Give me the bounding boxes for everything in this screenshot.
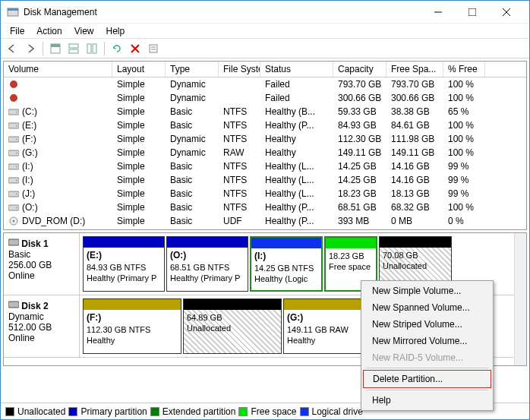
menubar: File Action View Help — [1, 24, 529, 39]
menu-file[interactable]: File — [4, 24, 30, 38]
legend-primary-swatch — [68, 407, 77, 416]
svg-point-24 — [16, 153, 17, 154]
svg-rect-39 — [8, 239, 19, 245]
delete-button[interactable] — [127, 40, 144, 57]
volume-row[interactable]: SimpleDynamicFailed300.66 GB300.66 GB100… — [4, 91, 526, 105]
window-title: Disk Management — [24, 7, 421, 17]
legend-extended-swatch — [150, 407, 159, 416]
forward-button[interactable] — [22, 40, 39, 57]
col-capacity[interactable]: Capacity — [333, 62, 386, 77]
col-free[interactable]: Free Spa... — [386, 62, 443, 77]
svg-rect-3 — [468, 8, 476, 16]
ctx-new-mirrored[interactable]: New Mirrored Volume... — [363, 333, 491, 349]
partition[interactable]: (I:)14.25 GB NTFSHealthy (Logic — [250, 236, 323, 292]
svg-rect-40 — [8, 302, 19, 308]
minimize-button[interactable] — [421, 2, 455, 23]
maximize-button[interactable] — [455, 2, 489, 23]
partition[interactable]: (E:)84.93 GB NTFSHealthy (Primary P — [83, 236, 165, 292]
disk2-label[interactable]: Disk 2 Dynamic 512.00 GB Online — [4, 295, 80, 357]
svg-point-20 — [16, 125, 17, 127]
volume-row[interactable]: (F:)SimpleDynamicNTFSHealthy112.30 GB111… — [4, 132, 526, 146]
svg-rect-10 — [87, 44, 91, 53]
col-pct[interactable]: % Free — [443, 62, 485, 77]
volume-list: Volume Layout Type File System Status Ca… — [3, 61, 527, 230]
volume-row[interactable]: (I:)SimpleBasicNTFSHealthy (L...14.25 GB… — [4, 159, 526, 173]
col-status[interactable]: Status — [260, 62, 333, 77]
menu-action[interactable]: Action — [30, 24, 68, 38]
col-volume[interactable]: Volume — [4, 62, 112, 77]
volume-row[interactable]: (G:)SimpleDynamicRAWHealthy149.11 GB149.… — [4, 146, 526, 159]
svg-point-26 — [16, 166, 17, 168]
refresh-button[interactable] — [109, 40, 125, 57]
close-button[interactable] — [489, 2, 523, 23]
col-type[interactable]: Type — [166, 62, 219, 77]
svg-point-22 — [16, 139, 17, 141]
svg-point-30 — [16, 194, 17, 195]
scrollbar[interactable] — [514, 233, 526, 365]
volume-row[interactable]: (E:)SimpleBasicNTFSHealthy (P...84.93 GB… — [4, 118, 526, 132]
ctx-delete-partition[interactable]: Delete Partition... — [363, 370, 491, 388]
svg-point-28 — [16, 180, 17, 182]
view2-button[interactable] — [65, 40, 82, 57]
svg-point-18 — [16, 112, 17, 113]
view3-button[interactable] — [84, 40, 100, 57]
volume-row[interactable]: (O:)SimpleBasicNTFSHealthy (P...68.51 GB… — [4, 201, 526, 214]
menu-view[interactable]: View — [68, 24, 100, 38]
legend-free-swatch — [238, 407, 248, 416]
volume-row[interactable]: SimpleDynamicFailed793.70 GB793.70 GB100… — [4, 77, 526, 91]
ctx-new-spanned[interactable]: New Spanned Volume... — [363, 299, 491, 316]
ctx-new-raid5: New RAID-5 Volume... — [363, 349, 491, 366]
svg-rect-9 — [69, 49, 78, 53]
legend-unalloc-swatch — [5, 407, 14, 416]
volume-row[interactable]: (J:)SimpleBasicNTFSHealthy (L...18.23 GB… — [4, 187, 526, 201]
partition[interactable]: 64.89 GBUnallocated — [183, 298, 282, 354]
toolbar — [1, 39, 529, 58]
col-fs[interactable]: File System — [219, 62, 260, 77]
disk-icon — [8, 238, 19, 247]
svg-point-32 — [16, 207, 17, 209]
volume-row[interactable]: (C:)SimpleBasicNTFSHealthy (B...59.33 GB… — [4, 105, 526, 118]
volume-row[interactable]: (I:)SimpleBasicNTFSHealthy (L...14.25 GB… — [4, 173, 526, 187]
svg-rect-7 — [51, 44, 60, 47]
col-layout[interactable]: Layout — [112, 62, 166, 77]
disk-icon — [8, 300, 19, 309]
svg-point-34 — [13, 220, 15, 223]
volume-row[interactable]: System ReservedSimpleBasicNTFSHealthy (S… — [4, 228, 526, 229]
svg-rect-8 — [69, 44, 78, 48]
titlebar: Disk Management — [1, 1, 529, 24]
context-menu: New Simple Volume... New Spanned Volume.… — [361, 280, 494, 411]
svg-rect-1 — [8, 8, 18, 11]
ctx-help[interactable]: Help — [363, 392, 491, 409]
svg-rect-14 — [150, 45, 157, 52]
legend-logical-swatch — [300, 407, 309, 416]
menu-help[interactable]: Help — [100, 24, 131, 38]
view1-button[interactable] — [47, 40, 64, 57]
disk-mgmt-icon — [7, 6, 19, 18]
partition[interactable]: (O:)68.51 GB NTFSHealthy (Primary P — [166, 236, 248, 292]
volume-row[interactable]: DVD_ROM (D:)SimpleBasicUDFHealthy (P...3… — [4, 214, 526, 228]
partition[interactable]: (F:)112.30 GB NTFSHealthy — [83, 298, 181, 354]
back-button[interactable] — [4, 40, 21, 57]
ctx-new-simple[interactable]: New Simple Volume... — [363, 283, 491, 299]
disk1-label[interactable]: Disk 1 Basic 256.00 GB Online — [4, 233, 80, 295]
svg-rect-11 — [93, 44, 96, 53]
properties-button[interactable] — [145, 40, 162, 57]
ctx-new-striped[interactable]: New Striped Volume... — [363, 316, 491, 333]
